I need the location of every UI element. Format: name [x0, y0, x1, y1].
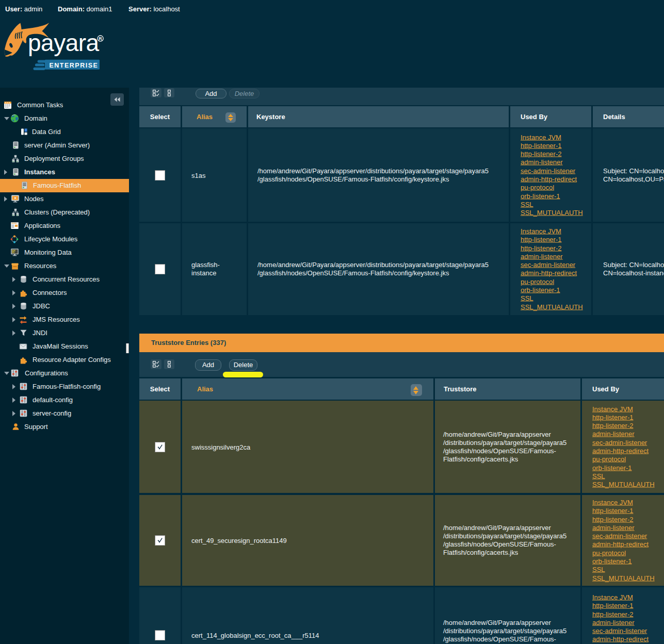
svg-text:R: R	[99, 36, 102, 41]
svg-text:ENTERPRISE: ENTERPRISE	[50, 62, 99, 69]
svg-text:payara: payara	[28, 29, 100, 56]
